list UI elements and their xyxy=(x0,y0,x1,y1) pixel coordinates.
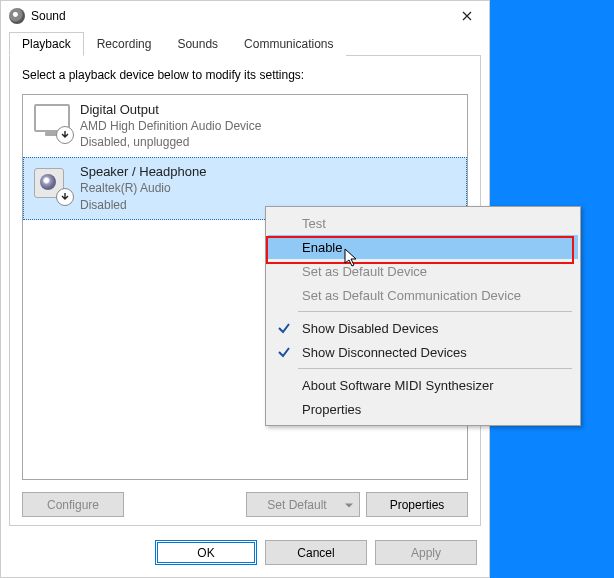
cancel-button[interactable]: Cancel xyxy=(265,540,367,565)
properties-button[interactable]: Properties xyxy=(366,492,468,517)
dialog-buttons: OK Cancel Apply xyxy=(1,534,489,577)
speaker-icon xyxy=(28,164,76,204)
down-arrow-icon xyxy=(60,192,70,202)
set-default-button[interactable]: Set Default xyxy=(246,492,360,517)
device-title: Digital Output xyxy=(80,102,261,117)
close-icon xyxy=(462,11,472,21)
menu-test[interactable]: Test xyxy=(268,211,578,235)
device-text: Speaker / Headphone Realtek(R) Audio Dis… xyxy=(76,164,206,212)
menu-set-comm-default[interactable]: Set as Default Communication Device xyxy=(268,283,578,307)
menu-properties[interactable]: Properties xyxy=(268,397,578,421)
configure-button[interactable]: Configure xyxy=(22,492,124,517)
menu-separator xyxy=(298,368,572,369)
device-title: Speaker / Headphone xyxy=(80,164,206,179)
apply-button[interactable]: Apply xyxy=(375,540,477,565)
ok-button[interactable]: OK xyxy=(155,540,257,565)
menu-show-disabled[interactable]: Show Disabled Devices xyxy=(268,316,578,340)
check-icon xyxy=(277,321,291,335)
tab-communications[interactable]: Communications xyxy=(231,32,346,56)
device-status: Disabled xyxy=(80,197,206,213)
menu-label: Show Disabled Devices xyxy=(302,321,439,336)
sound-icon xyxy=(9,8,25,24)
menu-set-default[interactable]: Set as Default Device xyxy=(268,259,578,283)
tab-recording[interactable]: Recording xyxy=(84,32,165,56)
down-arrow-icon xyxy=(60,130,70,140)
device-sub: Realtek(R) Audio xyxy=(80,180,206,196)
menu-enable[interactable]: Enable xyxy=(268,235,578,259)
device-digital-output[interactable]: Digital Output AMD High Definition Audio… xyxy=(23,95,467,157)
device-text: Digital Output AMD High Definition Audio… xyxy=(76,102,261,150)
device-status: Disabled, unplugged xyxy=(80,134,261,150)
menu-about-midi[interactable]: About Software MIDI Synthesizer xyxy=(268,373,578,397)
monitor-icon xyxy=(28,102,76,142)
tab-row: Playback Recording Sounds Communications xyxy=(9,31,481,56)
menu-separator xyxy=(298,311,572,312)
tab-sounds[interactable]: Sounds xyxy=(164,32,231,56)
instruction-text: Select a playback device below to modify… xyxy=(22,68,468,82)
titlebar: Sound xyxy=(1,1,489,31)
close-button[interactable] xyxy=(444,1,489,31)
menu-label: Show Disconnected Devices xyxy=(302,345,467,360)
menu-show-disconnected[interactable]: Show Disconnected Devices xyxy=(268,340,578,364)
window-title: Sound xyxy=(31,9,444,23)
tab-playback[interactable]: Playback xyxy=(9,32,84,56)
device-sub: AMD High Definition Audio Device xyxy=(80,118,261,134)
device-buttons: Configure Set Default Properties xyxy=(22,492,468,517)
context-menu: Test Enable Set as Default Device Set as… xyxy=(265,206,581,426)
check-icon xyxy=(277,345,291,359)
